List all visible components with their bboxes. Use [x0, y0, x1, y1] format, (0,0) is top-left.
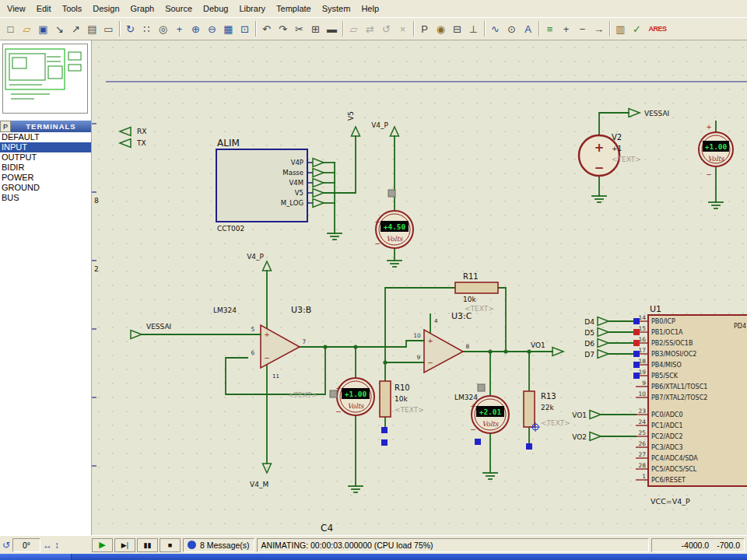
- menu-system[interactable]: System: [317, 2, 356, 16]
- block-copy-icon[interactable]: ▱: [345, 20, 362, 37]
- voltmeter-4[interactable]: +2.01 Volts + −: [470, 396, 509, 433]
- open-design-icon[interactable]: ▱: [19, 20, 35, 37]
- zoom-out-icon[interactable]: ⊖: [204, 20, 220, 37]
- make-device-icon[interactable]: ◉: [433, 20, 449, 37]
- voltmeter-3[interactable]: +1.00 Volts + −: [335, 378, 374, 415]
- vertical-mirror-icon[interactable]: ↕: [54, 540, 59, 551]
- zoom-in-icon[interactable]: ⊕: [188, 20, 204, 37]
- terminal-item-output[interactable]: OUTPUT: [0, 152, 91, 163]
- toolbar-separator: [342, 21, 343, 37]
- packaging-tool-icon[interactable]: ⊟: [449, 20, 465, 37]
- minus-marker: −: [335, 408, 342, 415]
- mcu-pin-name: PB0/ICP: [651, 318, 675, 325]
- decompose-icon[interactable]: ⊥: [465, 20, 482, 37]
- play-button[interactable]: ▶: [92, 538, 113, 552]
- menu-library[interactable]: Library: [233, 2, 271, 16]
- stop-button[interactable]: ■: [160, 538, 181, 552]
- voltmeter-1[interactable]: +4.50 Volts + −: [374, 211, 413, 248]
- toggle-grid-icon[interactable]: ∷: [139, 20, 155, 37]
- terminal-item-ground[interactable]: GROUND: [0, 183, 91, 193]
- schematic-overview-pane[interactable]: [2, 44, 88, 114]
- menu-template[interactable]: Template: [271, 2, 317, 16]
- terminal-item-input[interactable]: INPUT: [0, 142, 91, 152]
- minus-marker: −: [427, 359, 433, 366]
- terminal-item-default[interactable]: DEFAULT: [0, 132, 91, 142]
- logic-low-square: [633, 362, 640, 368]
- taskbar-button[interactable]: [0, 554, 72, 560]
- mark-output-area-icon[interactable]: ▭: [100, 20, 117, 37]
- menu-source[interactable]: Source: [160, 2, 198, 16]
- block-rotate-icon[interactable]: ↺: [378, 20, 395, 37]
- part-value: LM324: [213, 306, 237, 314]
- mcu-pin-name: PC4/ADC4/SDA: [651, 455, 698, 462]
- pause-button[interactable]: ▮▮: [137, 538, 158, 552]
- part-ref: U3:B: [291, 305, 311, 315]
- undo-icon[interactable]: ↶: [258, 20, 275, 37]
- goto-sheet-icon[interactable]: →: [591, 20, 607, 37]
- zoom-all-icon[interactable]: ▦: [220, 20, 237, 37]
- new-sheet-icon[interactable]: +: [558, 20, 574, 37]
- c4-label: C4: [321, 523, 333, 534]
- coordinate-x: -4000.0: [682, 541, 710, 550]
- mcu-pin-name: PB1/OC1A: [651, 329, 683, 336]
- horizontal-mirror-icon[interactable]: ↔: [43, 540, 52, 551]
- center-at-cursor-icon[interactable]: +: [171, 20, 188, 37]
- bill-of-materials-icon[interactable]: ▥: [612, 20, 629, 37]
- meter-reading: +1.00: [705, 142, 728, 151]
- mcu-pin-name: PB7/XTAL2/TOSC2: [651, 394, 707, 401]
- terminal-item-bus[interactable]: BUS: [0, 193, 91, 203]
- message-panel[interactable]: 8 Message(s): [183, 538, 254, 552]
- logic-low-square: [381, 427, 388, 433]
- mcu-pin-name: PB4/MISO: [651, 362, 682, 369]
- netlist-to-ares-icon[interactable]: ARES: [645, 20, 670, 37]
- search-tag-icon[interactable]: ⊙: [503, 20, 520, 37]
- print-icon[interactable]: ▤: [84, 20, 100, 37]
- block-pin-label: V5: [295, 189, 303, 197]
- electrical-rule-check-icon[interactable]: ✓: [629, 20, 645, 37]
- pick-button[interactable]: P: [0, 121, 11, 132]
- meter-reading: +4.50: [384, 222, 406, 231]
- menu-debug[interactable]: Debug: [198, 2, 233, 16]
- mcu-pin-number: 25: [638, 429, 646, 436]
- redo-icon[interactable]: ↷: [275, 20, 291, 37]
- pin-number: 5: [251, 326, 255, 333]
- toggle-false-origin-icon[interactable]: ◎: [155, 20, 171, 37]
- mcu-pin-name: PC1/ADC1: [651, 422, 683, 429]
- copy-icon[interactable]: ⊞: [307, 20, 324, 37]
- remove-sheet-icon[interactable]: −: [574, 20, 591, 37]
- schematic-canvas[interactable]: 8 2: [92, 40, 747, 535]
- rotation-angle[interactable]: 0°: [12, 538, 40, 552]
- zoom-area-icon[interactable]: ⊡: [237, 20, 253, 37]
- pick-parts-icon[interactable]: P: [416, 20, 433, 37]
- block-move-icon[interactable]: ⇄: [362, 20, 378, 37]
- part-value: +1: [612, 145, 622, 152]
- export-section-icon[interactable]: ↗: [68, 20, 84, 37]
- paste-icon[interactable]: ▬: [324, 20, 340, 37]
- terminal-item-bidir[interactable]: BIDIR: [0, 163, 91, 173]
- redraw-icon[interactable]: ↻: [122, 20, 139, 37]
- block-delete-icon[interactable]: ×: [395, 20, 411, 37]
- part-text: <TEXT>: [465, 305, 494, 313]
- proteus-isis-window: ViewEditToolsDesignGraphSourceDebugLibra…: [0, 0, 747, 560]
- sheet-row-mark: 8: [94, 197, 99, 205]
- mcu-pin-name: PC0/ADC0: [651, 411, 683, 418]
- step-button[interactable]: ▶|: [114, 538, 135, 552]
- menu-design[interactable]: Design: [87, 2, 124, 16]
- menu-edit[interactable]: Edit: [31, 2, 57, 16]
- design-explorer-icon[interactable]: ≡: [542, 20, 558, 37]
- menu-help[interactable]: Help: [356, 2, 384, 16]
- import-section-icon[interactable]: ↘: [51, 20, 68, 37]
- menu-tools[interactable]: Tools: [57, 2, 88, 16]
- menu-view[interactable]: View: [2, 2, 31, 16]
- terminal-item-power[interactable]: POWER: [0, 173, 91, 183]
- save-design-icon[interactable]: ▣: [35, 20, 51, 37]
- mcu-u1[interactable]: U1 14PB0/ICP15PB1/OC1A16PB2/SS/OC1B17PB3…: [636, 304, 747, 486]
- rotate-anticlockwise-icon[interactable]: ↺: [2, 540, 10, 551]
- alim-block[interactable]: ALIM CCT002 V4P Masse V4M V5 M: [216, 138, 324, 233]
- cut-icon[interactable]: ✂: [291, 20, 307, 37]
- wire-autorouter-icon[interactable]: ∿: [487, 20, 503, 37]
- property-assignment-icon[interactable]: A: [520, 20, 536, 37]
- menu-graph[interactable]: Graph: [125, 2, 160, 16]
- new-design-icon[interactable]: □: [2, 20, 19, 37]
- windows-taskbar[interactable]: [0, 554, 747, 560]
